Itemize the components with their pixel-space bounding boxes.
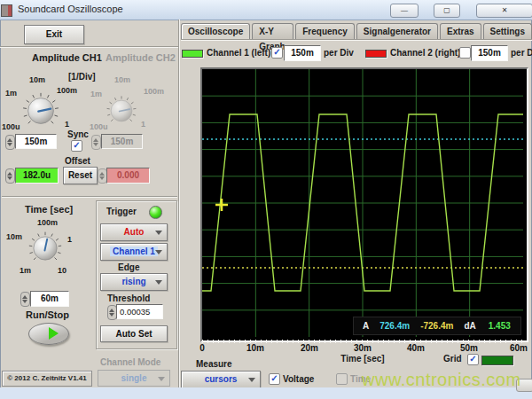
sync-checkbox[interactable]: ✓ <box>71 140 82 152</box>
time-value[interactable]: 60m <box>30 291 69 307</box>
sync-label: Sync <box>67 129 89 139</box>
measure-mode-dropdown[interactable]: cursors <box>181 371 261 388</box>
panel-divider <box>178 20 180 387</box>
time-checkbox[interactable]: ✓ <box>336 373 348 385</box>
knob2-label-1m: 1m <box>90 90 102 98</box>
run-stop-button[interactable] <box>28 323 69 345</box>
app-icon <box>1 4 12 17</box>
play-icon <box>49 327 59 340</box>
knob1-label-1m: 1m <box>5 89 17 98</box>
chevron-down-icon <box>155 280 162 285</box>
time-label-10: 10 <box>58 266 66 275</box>
watermark-text: www.cntronics.com <box>362 370 521 390</box>
readout-a-label: A <box>363 321 369 331</box>
time-label-100m: 100m <box>37 218 58 227</box>
voltage-checkbox[interactable]: ✓ <box>269 373 280 385</box>
trigger-edge-dropdown[interactable]: rising <box>100 273 168 291</box>
per-div-label-2: per Div <box>511 48 532 58</box>
x-tick-0: 0 <box>200 343 205 353</box>
cursor-readout: A 726.4m -726.4m dA 1.453 <box>353 317 521 335</box>
readout-cursor1-value: 726.4m <box>379 321 410 331</box>
channel-mode-label: Channel Mode <box>100 357 160 367</box>
ch2-amplitude-spinner <box>91 135 101 150</box>
amplitude-ch2-knob <box>105 94 138 128</box>
ch2-amplitude-value: 150m <box>101 134 143 149</box>
exit-divider <box>0 46 178 48</box>
scope-display[interactable]: A 726.4m -726.4m dA 1.453 <box>200 67 528 342</box>
chevron-down-icon <box>158 377 165 381</box>
grid-color-swatch <box>481 356 513 365</box>
channel1-checkbox[interactable]: ✓ <box>271 47 283 59</box>
waveform-plot[interactable] <box>202 69 523 337</box>
maximize-button[interactable]: ▢ <box>434 4 460 18</box>
tab-bar: Oscilloscope X-Y Graph Frequency Signalg… <box>181 23 532 40</box>
trigger-title: Trigger <box>106 207 137 216</box>
x-tick-40m: 40m <box>407 343 425 353</box>
time-spinner[interactable] <box>20 292 30 307</box>
knob1-label-1: 1 <box>65 120 69 129</box>
offset-reset-button[interactable]: Reset <box>63 167 98 184</box>
grid-checkbox[interactable]: ✓ <box>467 354 479 365</box>
measure-title: Measure <box>196 359 232 369</box>
auto-set-button[interactable]: Auto Set <box>100 325 168 342</box>
knob2-label-100m: 100m <box>144 87 164 96</box>
threshold-value[interactable]: 0.00035 <box>116 304 163 319</box>
ch1-amplitude-spinner[interactable] <box>5 135 15 150</box>
x-tick-60m: 60m <box>510 343 528 353</box>
minimize-button[interactable]: — <box>390 4 419 18</box>
window-title: Soundcard Oszilloscope <box>18 4 123 14</box>
trigger-source-dropdown[interactable]: Channel 1 <box>100 243 168 261</box>
offset-ch1-spinner[interactable] <box>5 168 15 184</box>
time-label-1: 1 <box>67 235 72 244</box>
amplitude-ch2-title: Amplitude CH2 <box>106 52 176 63</box>
close-button[interactable]: ✕ <box>476 4 532 18</box>
copyright-badge: © 2012 C. Zeitnitz V1.41 <box>2 371 92 387</box>
offset-title: Offset <box>65 156 90 166</box>
channel2-color-swatch <box>365 50 387 58</box>
channel-mode-dropdown: single <box>98 370 170 387</box>
grid-label: Grid <box>443 354 462 364</box>
amplitude-ch1-knob[interactable] <box>20 90 61 131</box>
channel2-per-div-value[interactable]: 150m <box>471 45 508 61</box>
chevron-down-icon <box>155 250 162 254</box>
tab-settings[interactable]: Settings <box>483 23 532 39</box>
threshold-label: Threshold <box>107 293 150 303</box>
tab-signalgenerator[interactable]: Signalgenerator <box>356 23 438 39</box>
tab-frequency[interactable]: Frequency <box>295 23 355 39</box>
close-icon: ✕ <box>502 6 508 14</box>
readout-da-label: dA <box>464 321 475 331</box>
minimize-icon: — <box>401 6 408 14</box>
tab-oscilloscope[interactable]: Oscilloscope <box>181 23 250 41</box>
tab-xy-graph[interactable]: X-Y Graph <box>252 23 293 39</box>
title-bar[interactable]: Soundcard Oszilloscope — ▢ ✕ <box>0 0 532 20</box>
time-knob[interactable] <box>27 230 64 267</box>
time-label-1m: 1m <box>20 266 31 275</box>
x-tick-30m: 30m <box>354 343 372 353</box>
ch1-amplitude-value[interactable]: 150m <box>15 134 57 149</box>
knob1-label-10m: 10m <box>29 75 45 84</box>
soundcard-oscilloscope-window: Soundcard Oszilloscope — ▢ ✕ Exit Amplit… <box>0 0 532 399</box>
x-tick-50m: 50m <box>460 343 478 353</box>
offset-ch2-value: 0.000 <box>106 168 150 184</box>
trigger-mode-dropdown[interactable]: Auto <box>100 223 168 241</box>
knob1-label-100u: 100u <box>2 122 20 131</box>
chevron-down-icon <box>155 231 162 235</box>
channel2-label: Channel 2 (right) <box>390 48 460 58</box>
x-axis-label: Time [sec] <box>340 354 384 364</box>
per-div-label-1: per Div <box>324 48 354 58</box>
tab-content-edge <box>181 39 532 41</box>
channel1-color-swatch <box>182 50 203 58</box>
x-tick-10m: 10m <box>246 343 264 353</box>
knob2-label-1: 1 <box>141 120 145 129</box>
channel1-per-div-value[interactable]: 150m <box>284 45 321 61</box>
time-title: Time [sec] <box>25 204 73 215</box>
tab-extras[interactable]: Extras <box>440 23 481 39</box>
x-tick-20m: 20m <box>301 343 318 353</box>
exit-button[interactable]: Exit <box>24 25 84 44</box>
channel2-checkbox[interactable]: ✓ <box>459 47 471 59</box>
channel1-label: Channel 1 (left) <box>207 48 270 58</box>
time-label-10m: 10m <box>6 232 22 241</box>
offset-ch1-value[interactable]: 182.0u <box>15 168 59 184</box>
chevron-down-icon <box>248 378 255 382</box>
readout-delta-value: 1.453 <box>489 321 511 331</box>
